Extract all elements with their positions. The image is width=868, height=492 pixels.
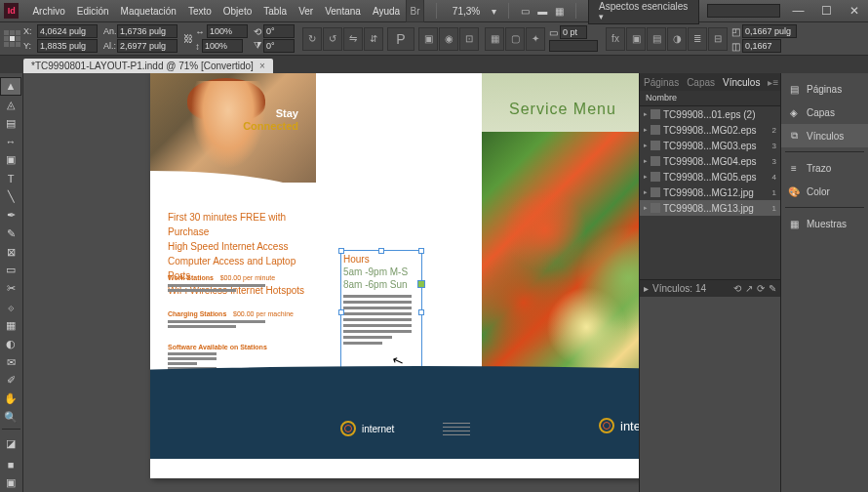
wrap-shape-icon[interactable]: ◑ (667, 27, 687, 51)
menu-maquetacion[interactable]: Maquetación (115, 4, 182, 19)
menu-ayuda[interactable]: Ayuda (367, 4, 406, 19)
menu-objeto[interactable]: Objeto (217, 4, 257, 19)
para-tool-icon[interactable]: P (387, 27, 414, 51)
direct-selection-tool[interactable]: ◬ (0, 96, 21, 114)
screen-icon[interactable]: ▬ (537, 6, 547, 17)
wrap-next-icon[interactable]: ⊟ (708, 27, 728, 51)
handle-tr[interactable] (418, 248, 424, 254)
stroke-input[interactable] (560, 25, 587, 39)
dock-color[interactable]: 🎨Color (781, 180, 868, 203)
handle-mr[interactable] (418, 309, 424, 315)
handle-tm[interactable] (378, 248, 384, 254)
links-column-header[interactable]: Nombre (640, 91, 780, 106)
close-tab-icon[interactable]: × (259, 61, 265, 71)
wrap-jump-icon[interactable]: ≣ (688, 27, 707, 51)
stroke-style[interactable] (549, 40, 598, 52)
workspace-switcher[interactable]: Aspectos esenciales ▾ (588, 0, 699, 24)
canvas-area[interactable]: Stay Connected First 30 minutes FREE wit… (23, 73, 639, 492)
pen-tool[interactable]: ✒ (0, 206, 21, 225)
zoom-tool[interactable]: 🔍 (0, 408, 21, 427)
scale-x-input[interactable] (207, 24, 248, 38)
link-item[interactable]: ▸TC99908...MG03.eps3 (640, 138, 780, 153)
eyedropper-tool[interactable]: ✐ (0, 372, 21, 390)
link-item[interactable]: ▸TC99908...MG12.jpg1 (640, 184, 780, 200)
search-icon[interactable] (707, 4, 780, 18)
relink-icon[interactable]: ⟲ (733, 283, 741, 294)
edit-original-icon[interactable]: ✎ (769, 283, 776, 294)
dock-capas[interactable]: ◈Capas (781, 101, 868, 124)
selected-text-frame[interactable]: Hours 5am -9pm M-S 8am -6pm Sun (340, 250, 422, 375)
menu-edicion[interactable]: Edición (71, 4, 115, 19)
shear-input[interactable] (263, 39, 295, 53)
fill-frame-icon[interactable]: ▦ (485, 27, 504, 51)
minimize-button[interactable]: — (788, 3, 809, 19)
menu-ver[interactable]: Ver (293, 4, 319, 19)
dock-paginas[interactable]: ▤Páginas (781, 77, 868, 101)
menu-archivo[interactable]: Archivo (26, 4, 70, 19)
goto-link-icon[interactable]: ↗ (745, 283, 753, 294)
link-item[interactable]: ▸TC99908...MG13.jpg1 (640, 200, 780, 216)
link-item[interactable]: ▸TC99908...MG02.eps2 (640, 122, 780, 138)
h-input[interactable] (117, 39, 178, 53)
gap-tool[interactable]: ↔ (0, 133, 21, 151)
constrain-icon[interactable]: ⛓ (183, 33, 193, 44)
close-button[interactable]: ✕ (844, 3, 864, 19)
link-item[interactable]: ▸TC99908...MG05.eps4 (640, 169, 780, 184)
zoom-display[interactable]: 71,3% (449, 6, 484, 17)
y-input[interactable] (37, 39, 98, 53)
panel-tab-vinculos[interactable]: Vínculos (723, 77, 760, 88)
dock-vinculos[interactable]: ⧉Vínculos (781, 124, 868, 147)
effects-icon[interactable]: fx (606, 27, 625, 51)
maximize-button[interactable]: ☐ (816, 3, 837, 19)
page-tool[interactable]: ▤ (0, 114, 21, 133)
arrange-icon[interactable]: ▦ (555, 6, 564, 17)
fill-stroke-swap[interactable]: ◪ (0, 431, 21, 455)
opacity-input[interactable] (742, 39, 781, 53)
panel-tab-capas[interactable]: Capas (687, 77, 715, 88)
note-tool[interactable]: ✉ (0, 353, 21, 372)
zoom-dropdown-icon[interactable]: ▾ (492, 6, 496, 17)
handle-tl[interactable] (338, 248, 344, 254)
rotate-ccw-icon[interactable]: ↺ (323, 27, 342, 51)
update-link-icon[interactable]: ⟳ (757, 283, 765, 294)
document-tab[interactable]: *TC9990801-LAYOUT-P1.indd @ 71% [Convert… (23, 59, 273, 73)
selection-tool[interactable]: ▲ (0, 77, 21, 96)
link-item[interactable]: ▸TC99908...01.eps (2) (640, 106, 780, 122)
rectangle-tool[interactable]: ▭ (0, 261, 21, 279)
dock-trazo[interactable]: ≡Trazo (781, 156, 868, 180)
out-port[interactable] (417, 280, 425, 288)
view-icon[interactable]: ▭ (521, 6, 530, 17)
handle-ml[interactable] (338, 309, 344, 315)
menu-tabla[interactable]: Tabla (257, 4, 293, 19)
rectangle-frame-tool[interactable]: ⊠ (0, 243, 21, 262)
scale-y-input[interactable] (202, 39, 243, 53)
panel-tab-paginas[interactable]: Páginas (644, 77, 679, 88)
content-collector-tool[interactable]: ▣ (0, 150, 21, 169)
rotate-input[interactable] (263, 24, 295, 38)
type-tool[interactable]: T (0, 169, 21, 187)
reference-point-icon[interactable] (4, 30, 21, 48)
flip-h-icon[interactable]: ⇋ (343, 27, 363, 51)
wrap-none-icon[interactable]: ▣ (626, 27, 646, 51)
w-input[interactable] (117, 24, 178, 38)
x-input[interactable] (37, 24, 98, 38)
screen-mode[interactable]: ▣ (0, 473, 21, 492)
scissors-tool[interactable]: ✂ (0, 279, 21, 298)
line-tool[interactable]: ╲ (0, 187, 21, 206)
fit-content-icon[interactable]: ▢ (505, 27, 525, 51)
document-canvas[interactable]: Stay Connected First 30 minutes FREE wit… (150, 73, 639, 478)
hand-tool[interactable]: ✋ (0, 390, 21, 408)
gradient-feather-tool[interactable]: ◐ (0, 335, 21, 353)
fit-icon[interactable]: ⊡ (459, 27, 479, 51)
menu-ventana[interactable]: Ventana (319, 4, 367, 19)
panel-menu-icon[interactable]: ▸≡ (768, 77, 778, 88)
rotate-cw-icon[interactable]: ↻ (302, 27, 322, 51)
wrap-bbox-icon[interactable]: ▤ (647, 27, 666, 51)
apply-color[interactable]: ■ (0, 455, 21, 473)
select-container-icon[interactable]: ▣ (418, 27, 438, 51)
dock-muestras[interactable]: ▦Muestras (781, 212, 868, 235)
bridge-icon[interactable]: Br (406, 0, 424, 22)
gradient-swatch-tool[interactable]: ▦ (0, 316, 21, 335)
free-transform-tool[interactable]: ⟐ (0, 298, 21, 316)
link-item[interactable]: ▸TC99908...MG04.eps3 (640, 153, 780, 169)
